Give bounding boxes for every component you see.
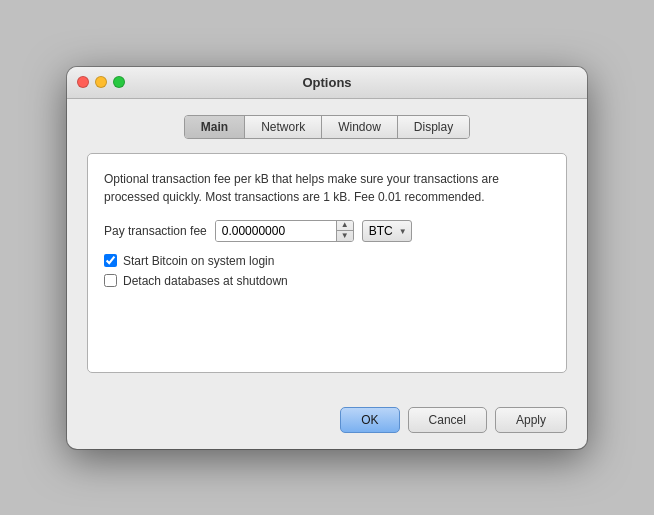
fee-increment-button[interactable]: ▲ [337, 221, 353, 231]
window-title: Options [302, 75, 351, 90]
tab-window[interactable]: Window [322, 116, 398, 138]
description-text: Optional transaction fee per kB that hel… [104, 170, 550, 206]
maximize-button[interactable] [113, 76, 125, 88]
tab-main[interactable]: Main [185, 116, 245, 138]
footer: OK Cancel Apply [67, 393, 587, 449]
options-window: Options Main Network Window Display Opti… [67, 67, 587, 449]
currency-select-wrapper: BTC [362, 220, 412, 242]
apply-button[interactable]: Apply [495, 407, 567, 433]
traffic-lights [77, 76, 125, 88]
start-bitcoin-checkbox[interactable] [104, 254, 117, 267]
tab-network[interactable]: Network [245, 116, 322, 138]
main-panel: Optional transaction fee per kB that hel… [87, 153, 567, 373]
fee-decrement-button[interactable]: ▼ [337, 231, 353, 241]
fee-label: Pay transaction fee [104, 224, 207, 238]
fee-input-container: ▲ ▼ [215, 220, 354, 242]
fee-input[interactable] [216, 221, 336, 241]
tab-display[interactable]: Display [398, 116, 469, 138]
main-content: Main Network Window Display Optional tra… [67, 99, 587, 393]
checkbox-row-1: Start Bitcoin on system login [104, 254, 550, 268]
titlebar: Options [67, 67, 587, 99]
start-bitcoin-label: Start Bitcoin on system login [123, 254, 274, 268]
fee-spinners: ▲ ▼ [336, 221, 353, 241]
minimize-button[interactable] [95, 76, 107, 88]
detach-databases-label: Detach databases at shutdown [123, 274, 288, 288]
currency-select[interactable]: BTC [362, 220, 412, 242]
ok-button[interactable]: OK [340, 407, 399, 433]
close-button[interactable] [77, 76, 89, 88]
tab-bar: Main Network Window Display [184, 115, 470, 139]
detach-databases-checkbox[interactable] [104, 274, 117, 287]
checkbox-row-2: Detach databases at shutdown [104, 274, 550, 288]
fee-row: Pay transaction fee ▲ ▼ BTC [104, 220, 550, 242]
cancel-button[interactable]: Cancel [408, 407, 487, 433]
